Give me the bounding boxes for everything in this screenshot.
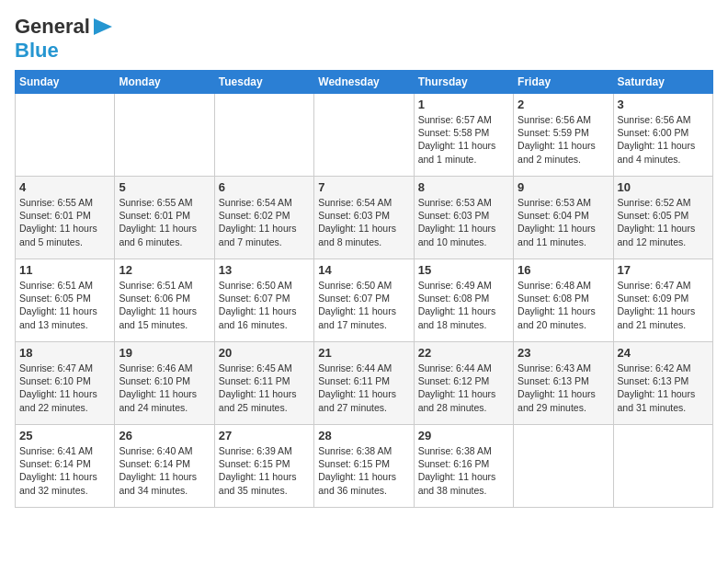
day-info: Sunrise: 6:45 AM Sunset: 6:11 PM Dayligh…	[219, 362, 310, 414]
calendar-cell	[514, 425, 613, 508]
day-number: 14	[318, 263, 409, 277]
day-number: 12	[119, 263, 210, 277]
day-number: 1	[418, 98, 509, 111]
day-info: Sunrise: 6:50 AM Sunset: 6:07 PM Dayligh…	[219, 279, 310, 331]
day-info: Sunrise: 6:52 AM Sunset: 6:05 PM Dayligh…	[618, 196, 709, 248]
day-number: 2	[518, 98, 609, 111]
calendar-cell	[314, 94, 414, 177]
day-number: 27	[219, 429, 310, 442]
day-number: 24	[618, 346, 709, 360]
calendar-cell: 5Sunrise: 6:55 AM Sunset: 6:01 PM Daylig…	[115, 177, 214, 259]
calendar-week-4: 18Sunrise: 6:47 AM Sunset: 6:10 PM Dayli…	[16, 342, 713, 425]
calendar-cell: 11Sunrise: 6:51 AM Sunset: 6:05 PM Dayli…	[16, 259, 115, 342]
calendar-cell: 3Sunrise: 6:56 AM Sunset: 6:00 PM Daylig…	[613, 94, 712, 177]
calendar-cell	[115, 94, 214, 177]
calendar-cell: 23Sunrise: 6:43 AM Sunset: 6:13 PM Dayli…	[514, 342, 613, 425]
calendar-week-5: 25Sunrise: 6:41 AM Sunset: 6:14 PM Dayli…	[16, 425, 713, 508]
calendar-cell: 17Sunrise: 6:47 AM Sunset: 6:09 PM Dayli…	[613, 259, 712, 342]
day-info: Sunrise: 6:57 AM Sunset: 5:58 PM Dayligh…	[418, 113, 509, 166]
day-info: Sunrise: 6:38 AM Sunset: 6:16 PM Dayligh…	[418, 444, 509, 497]
calendar-cell: 20Sunrise: 6:45 AM Sunset: 6:11 PM Dayli…	[214, 342, 313, 425]
calendar-cell	[613, 425, 712, 508]
day-number: 16	[518, 263, 609, 277]
calendar-cell: 19Sunrise: 6:46 AM Sunset: 6:10 PM Dayli…	[115, 342, 214, 425]
day-info: Sunrise: 6:55 AM Sunset: 6:01 PM Dayligh…	[19, 196, 110, 248]
weekday-header-sunday: Sunday	[16, 71, 115, 94]
logo-arrow-icon	[90, 17, 116, 37]
day-number: 6	[219, 180, 310, 194]
day-info: Sunrise: 6:50 AM Sunset: 6:07 PM Dayligh…	[318, 279, 409, 331]
calendar-cell	[214, 94, 313, 177]
day-number: 8	[418, 180, 509, 194]
day-number: 23	[518, 346, 609, 360]
day-number: 4	[19, 180, 110, 194]
weekday-header-wednesday: Wednesday	[314, 71, 414, 94]
day-number: 25	[19, 429, 110, 442]
calendar-cell: 29Sunrise: 6:38 AM Sunset: 6:16 PM Dayli…	[414, 425, 513, 508]
day-info: Sunrise: 6:47 AM Sunset: 6:10 PM Dayligh…	[19, 362, 110, 414]
day-info: Sunrise: 6:53 AM Sunset: 6:04 PM Dayligh…	[518, 196, 609, 248]
calendar-cell: 18Sunrise: 6:47 AM Sunset: 6:10 PM Dayli…	[16, 342, 115, 425]
logo: General Blue	[15, 15, 116, 63]
day-info: Sunrise: 6:56 AM Sunset: 5:59 PM Dayligh…	[518, 113, 609, 166]
day-info: Sunrise: 6:49 AM Sunset: 6:08 PM Dayligh…	[418, 279, 509, 331]
day-number: 22	[418, 346, 509, 360]
day-info: Sunrise: 6:48 AM Sunset: 6:08 PM Dayligh…	[518, 279, 609, 331]
day-info: Sunrise: 6:42 AM Sunset: 6:13 PM Dayligh…	[618, 362, 709, 414]
calendar-cell: 16Sunrise: 6:48 AM Sunset: 6:08 PM Dayli…	[514, 259, 613, 342]
calendar-cell: 2Sunrise: 6:56 AM Sunset: 5:59 PM Daylig…	[514, 94, 613, 177]
day-info: Sunrise: 6:40 AM Sunset: 6:14 PM Dayligh…	[119, 444, 210, 497]
calendar-cell: 22Sunrise: 6:44 AM Sunset: 6:12 PM Dayli…	[414, 342, 513, 425]
day-number: 13	[219, 263, 310, 277]
calendar-week-3: 11Sunrise: 6:51 AM Sunset: 6:05 PM Dayli…	[16, 259, 713, 342]
calendar-cell: 13Sunrise: 6:50 AM Sunset: 6:07 PM Dayli…	[214, 259, 313, 342]
day-number: 10	[618, 180, 709, 194]
calendar-cell: 27Sunrise: 6:39 AM Sunset: 6:15 PM Dayli…	[214, 425, 313, 508]
day-info: Sunrise: 6:56 AM Sunset: 6:00 PM Dayligh…	[618, 113, 709, 166]
calendar-cell: 7Sunrise: 6:54 AM Sunset: 6:03 PM Daylig…	[314, 177, 414, 259]
weekday-header-monday: Monday	[115, 71, 214, 94]
day-info: Sunrise: 6:51 AM Sunset: 6:05 PM Dayligh…	[19, 279, 110, 331]
day-number: 7	[318, 180, 409, 194]
day-number: 20	[219, 346, 310, 360]
day-info: Sunrise: 6:38 AM Sunset: 6:15 PM Dayligh…	[318, 444, 409, 497]
logo-blue: Blue	[15, 39, 59, 62]
calendar-week-1: 1Sunrise: 6:57 AM Sunset: 5:58 PM Daylig…	[16, 94, 713, 177]
calendar-week-2: 4Sunrise: 6:55 AM Sunset: 6:01 PM Daylig…	[16, 177, 713, 259]
day-number: 29	[418, 429, 509, 442]
calendar-header: SundayMondayTuesdayWednesdayThursdayFrid…	[16, 71, 713, 94]
day-info: Sunrise: 6:47 AM Sunset: 6:09 PM Dayligh…	[618, 279, 709, 331]
day-info: Sunrise: 6:53 AM Sunset: 6:03 PM Dayligh…	[418, 196, 509, 248]
weekday-header-saturday: Saturday	[613, 71, 712, 94]
day-info: Sunrise: 6:51 AM Sunset: 6:06 PM Dayligh…	[119, 279, 210, 331]
weekday-header-tuesday: Tuesday	[214, 71, 313, 94]
day-info: Sunrise: 6:44 AM Sunset: 6:12 PM Dayligh…	[418, 362, 509, 414]
day-number: 5	[119, 180, 210, 194]
day-number: 26	[119, 429, 210, 442]
calendar-cell: 14Sunrise: 6:50 AM Sunset: 6:07 PM Dayli…	[314, 259, 414, 342]
calendar-cell: 25Sunrise: 6:41 AM Sunset: 6:14 PM Dayli…	[16, 425, 115, 508]
day-info: Sunrise: 6:39 AM Sunset: 6:15 PM Dayligh…	[219, 444, 310, 497]
day-number: 17	[618, 263, 709, 277]
weekday-header-friday: Friday	[514, 71, 613, 94]
calendar-cell: 12Sunrise: 6:51 AM Sunset: 6:06 PM Dayli…	[115, 259, 214, 342]
calendar-cell: 21Sunrise: 6:44 AM Sunset: 6:11 PM Dayli…	[314, 342, 414, 425]
calendar-cell: 26Sunrise: 6:40 AM Sunset: 6:14 PM Dayli…	[115, 425, 214, 508]
calendar-cell: 4Sunrise: 6:55 AM Sunset: 6:01 PM Daylig…	[16, 177, 115, 259]
day-number: 18	[19, 346, 110, 360]
calendar-cell: 1Sunrise: 6:57 AM Sunset: 5:58 PM Daylig…	[414, 94, 513, 177]
calendar-cell: 8Sunrise: 6:53 AM Sunset: 6:03 PM Daylig…	[414, 177, 513, 259]
day-number: 3	[618, 98, 709, 111]
day-info: Sunrise: 6:46 AM Sunset: 6:10 PM Dayligh…	[119, 362, 210, 414]
day-number: 15	[418, 263, 509, 277]
svg-marker-0	[94, 18, 112, 35]
day-info: Sunrise: 6:54 AM Sunset: 6:02 PM Dayligh…	[219, 196, 310, 248]
day-info: Sunrise: 6:55 AM Sunset: 6:01 PM Dayligh…	[119, 196, 210, 248]
day-number: 19	[119, 346, 210, 360]
day-info: Sunrise: 6:44 AM Sunset: 6:11 PM Dayligh…	[318, 362, 409, 414]
day-number: 21	[318, 346, 409, 360]
calendar-cell: 28Sunrise: 6:38 AM Sunset: 6:15 PM Dayli…	[314, 425, 414, 508]
day-info: Sunrise: 6:54 AM Sunset: 6:03 PM Dayligh…	[318, 196, 409, 248]
day-info: Sunrise: 6:43 AM Sunset: 6:13 PM Dayligh…	[518, 362, 609, 414]
day-info: Sunrise: 6:41 AM Sunset: 6:14 PM Dayligh…	[19, 444, 110, 497]
